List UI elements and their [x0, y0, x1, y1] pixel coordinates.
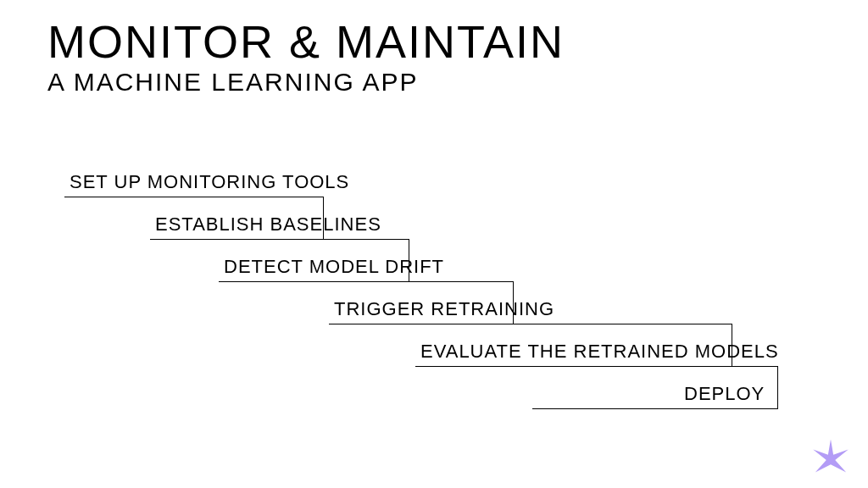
step-label: DETECT MODEL DRIFT [219, 252, 449, 283]
step-underline [64, 197, 324, 197]
staircase-diagram: SET UP MONITORING TOOLSESTABLISH BASELIN… [0, 0, 868, 488]
step-riser [732, 324, 732, 366]
step-label: EVALUATE THE RETRAINED MODELS [415, 337, 784, 368]
step-connector [150, 239, 324, 240]
step-label: TRIGGER RETRAINING [329, 295, 559, 325]
step-label: DEPLOY [679, 380, 770, 410]
step-connector [329, 324, 514, 324]
slide: MONITOR & MAINTAIN A MACHINE LEARNING AP… [0, 0, 868, 488]
step-riser [513, 281, 514, 324]
step-riser [323, 197, 324, 239]
step-riser [777, 366, 778, 408]
step-connector [415, 366, 732, 367]
step-label: ESTABLISH BASELINES [150, 210, 387, 241]
step-connector [219, 281, 409, 282]
step-connector [532, 408, 778, 409]
step-riser [409, 239, 409, 281]
asterisk-icon [809, 437, 853, 481]
step-label: SET UP MONITORING TOOLS [64, 168, 354, 198]
